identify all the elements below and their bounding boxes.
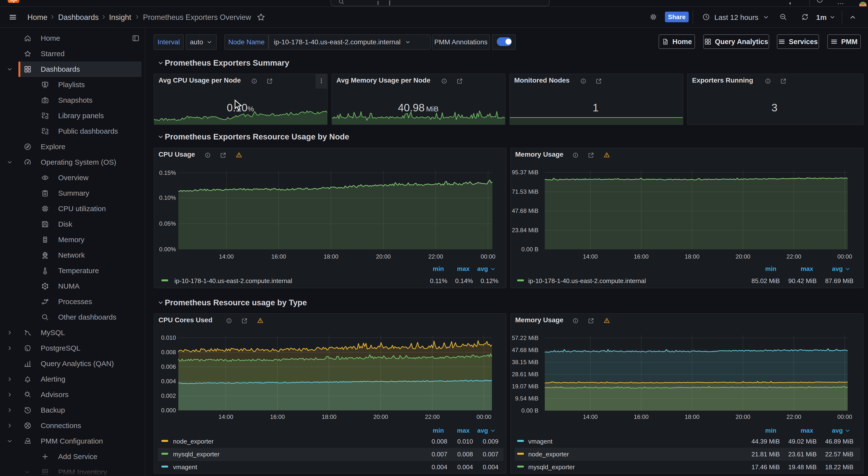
svg-text:0.000: 0.000: [161, 407, 176, 413]
svg-text:0.008: 0.008: [161, 349, 176, 355]
svg-text:00:00: 00:00: [480, 253, 495, 260]
svg-text:47.68 MiB: 47.68 MiB: [512, 347, 538, 353]
svg-text:20:00: 20:00: [736, 253, 750, 260]
svg-text:20:00: 20:00: [376, 253, 391, 260]
svg-text:0.00 B: 0.00 B: [521, 407, 538, 414]
svg-text:14:00: 14:00: [218, 413, 233, 420]
svg-text:00:00: 00:00: [837, 253, 852, 260]
svg-text:0.00 B: 0.00 B: [521, 246, 538, 252]
svg-text:0.002: 0.002: [161, 393, 176, 399]
svg-text:18:00: 18:00: [321, 413, 336, 420]
svg-text:20:00: 20:00: [373, 413, 388, 420]
svg-text:16:00: 16:00: [634, 253, 648, 260]
svg-text:0.006: 0.006: [161, 364, 176, 370]
svg-text:14:00: 14:00: [583, 413, 597, 420]
svg-text:23.84 MiB: 23.84 MiB: [512, 227, 538, 233]
svg-text:38.15 MiB: 38.15 MiB: [512, 359, 538, 365]
svg-text:18:00: 18:00: [685, 253, 699, 260]
svg-text:0.10%: 0.10%: [159, 195, 176, 201]
svg-text:16:00: 16:00: [270, 413, 285, 420]
svg-text:0.00%: 0.00%: [159, 246, 176, 252]
svg-text:00:00: 00:00: [476, 413, 491, 420]
svg-text:18:00: 18:00: [323, 253, 338, 260]
svg-text:22:00: 22:00: [428, 253, 443, 260]
svg-text:22:00: 22:00: [786, 413, 801, 420]
svg-text:0.15%: 0.15%: [159, 169, 176, 176]
svg-text:14:00: 14:00: [219, 253, 234, 260]
svg-text:71.53 MiB: 71.53 MiB: [512, 189, 538, 195]
svg-text:00:00: 00:00: [837, 413, 852, 420]
svg-text:0.004: 0.004: [161, 378, 176, 384]
svg-text:20:00: 20:00: [736, 413, 750, 420]
svg-text:28.61 MiB: 28.61 MiB: [512, 371, 538, 377]
svg-text:19.07 MiB: 19.07 MiB: [512, 383, 538, 389]
svg-text:22:00: 22:00: [786, 253, 801, 260]
svg-text:0.010: 0.010: [161, 334, 176, 341]
svg-text:47.68 MiB: 47.68 MiB: [512, 207, 538, 214]
svg-text:16:00: 16:00: [634, 413, 648, 420]
svg-text:0.05%: 0.05%: [159, 220, 176, 227]
svg-text:95.37 MiB: 95.37 MiB: [512, 169, 538, 175]
svg-text:22:00: 22:00: [425, 413, 440, 420]
svg-text:14:00: 14:00: [583, 253, 597, 260]
svg-text:16:00: 16:00: [271, 253, 286, 260]
svg-text:9.54 MiB: 9.54 MiB: [515, 395, 538, 402]
svg-text:18:00: 18:00: [685, 413, 699, 420]
svg-text:57.22 MiB: 57.22 MiB: [512, 335, 538, 341]
